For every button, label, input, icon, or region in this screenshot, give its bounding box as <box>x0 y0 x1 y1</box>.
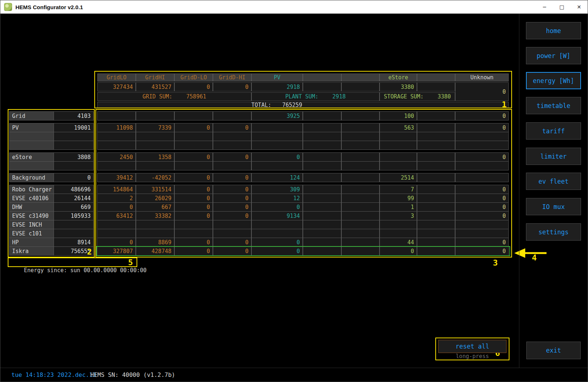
sidebar-button-limiter[interactable]: limiter <box>526 148 581 165</box>
sidebar-button-tariff[interactable]: tariff <box>526 122 581 140</box>
sidebar: homepower [W]energy [Wh]timetabletariffl… <box>0 0 588 382</box>
app-window: HEMS Configurator v2.0.1 ─ □ ✕ GridLOGri… <box>0 0 588 382</box>
exit-button[interactable]: exit <box>526 342 581 359</box>
sidebar-button-energy-wh-[interactable]: energy [Wh] <box>526 72 581 89</box>
sidebar-button-settings[interactable]: settings <box>526 223 581 241</box>
sidebar-button-timetable[interactable]: timetable <box>526 97 581 114</box>
sidebar-button-io-mux[interactable]: IO mux <box>526 198 581 215</box>
sidebar-button-ev-fleet[interactable]: ev fleet <box>526 173 581 190</box>
status-datetime: tue 14:18:23 2022.dec.13 <box>11 371 96 378</box>
footer-divider <box>0 368 588 368</box>
status-serial: HEMS SN: 40000 (v1.2.7b) <box>90 371 175 378</box>
sidebar-button-home[interactable]: home <box>526 22 581 39</box>
sidebar-button-power-w-[interactable]: power [W] <box>526 47 581 64</box>
